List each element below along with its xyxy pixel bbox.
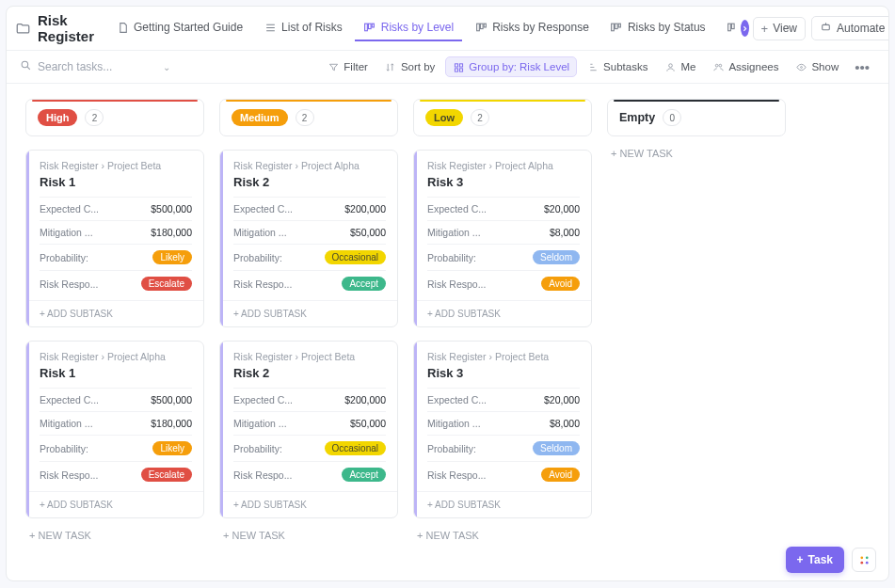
- subtasks-button[interactable]: Subtasks: [581, 57, 654, 76]
- risk-card[interactable]: Risk Register›Project Beta Risk 3 Expect…: [413, 341, 592, 518]
- sort-label: Sort by: [401, 61, 435, 72]
- svg-rect-5: [484, 24, 486, 27]
- add-subtask-button[interactable]: + ADD SUBTASK: [220, 300, 397, 326]
- svg-rect-9: [727, 24, 730, 31]
- column-high: High 2 Risk Register›Project Beta Risk 1…: [25, 99, 204, 565]
- more-button[interactable]: •••: [849, 57, 875, 77]
- board: High 2 Risk Register›Project Beta Risk 1…: [7, 84, 888, 580]
- risk-card[interactable]: Risk Register›Project Alpha Risk 3 Expec…: [413, 150, 592, 327]
- show-button[interactable]: Show: [789, 57, 845, 76]
- risk-card[interactable]: Risk Register›Project Beta Risk 1 Expect…: [25, 150, 204, 327]
- group-icon: [453, 61, 464, 72]
- add-subtask-button[interactable]: + ADD SUBTASK: [414, 491, 591, 517]
- field-label: Probability:: [233, 443, 282, 454]
- search-input[interactable]: Search tasks... ⌄: [20, 59, 170, 74]
- card-title: Risk 3: [427, 175, 580, 189]
- add-subtask-button[interactable]: + ADD SUBTASK: [26, 300, 203, 326]
- breadcrumb: Risk Register›Project Beta: [40, 160, 192, 171]
- board-icon: [474, 21, 487, 34]
- new-task-button[interactable]: + NEW TASK: [607, 136, 786, 170]
- new-task-button[interactable]: + NEW TASK: [25, 518, 204, 552]
- assignees-label: Assignees: [728, 61, 778, 72]
- field-label: Expected C...: [427, 203, 487, 215]
- sort-icon: [385, 61, 396, 72]
- create-task-fab[interactable]: + Task: [786, 547, 844, 573]
- search-placeholder: Search tasks...: [38, 60, 112, 73]
- breadcrumb: Risk Register›Project Alpha: [40, 351, 192, 362]
- field-label: Probability:: [40, 252, 88, 263]
- plus-icon: +: [797, 553, 804, 566]
- svg-point-28: [865, 561, 868, 564]
- apps-button[interactable]: [852, 548, 876, 572]
- tab-risks-by-level[interactable]: Risks by Level: [355, 15, 462, 41]
- svg-point-27: [860, 561, 863, 564]
- svg-rect-12: [823, 24, 830, 29]
- toolbar: Search tasks... ⌄ Filter Sort by Group: [7, 51, 888, 84]
- tab-list-of-risks[interactable]: List of Risks: [255, 15, 351, 41]
- filter-icon: [328, 61, 339, 72]
- field-value: $8,000: [550, 418, 580, 429]
- svg-point-25: [860, 556, 863, 559]
- breadcrumb: Risk Register›Project Alpha: [427, 160, 580, 171]
- group-button[interactable]: Group by: Risk Level: [445, 56, 577, 77]
- add-view-button[interactable]: + View: [753, 17, 806, 40]
- filter-button[interactable]: Filter: [321, 57, 375, 76]
- field-label: Risk Respo...: [427, 278, 486, 290]
- tab-label: Risks by Level: [381, 21, 454, 34]
- svg-point-26: [865, 556, 868, 559]
- tab-risks-by-response[interactable]: Risks by Response: [466, 15, 598, 41]
- new-task-button[interactable]: + NEW TASK: [413, 518, 592, 552]
- field-label: Mitigation ...: [233, 418, 287, 429]
- field-value: $50,000: [350, 418, 386, 429]
- svg-point-24: [801, 66, 803, 68]
- svg-rect-1: [369, 24, 372, 28]
- svg-rect-6: [612, 24, 615, 31]
- response-pill: Accept: [342, 277, 386, 291]
- level-label: Empty: [619, 111, 655, 124]
- assignees-button[interactable]: Assignees: [706, 57, 785, 76]
- field-label: Mitigation ...: [427, 418, 481, 429]
- risk-card[interactable]: Risk Register›Project Beta Risk 2 Expect…: [219, 341, 398, 518]
- users-icon: [712, 61, 724, 72]
- group-label: Group by: Risk Level: [469, 61, 569, 72]
- add-subtask-button[interactable]: + ADD SUBTASK: [26, 491, 203, 517]
- tabs-scroll-right[interactable]: [741, 20, 749, 37]
- field-value: $180,000: [151, 418, 192, 429]
- new-task-button[interactable]: + NEW TASK: [219, 518, 398, 552]
- svg-rect-4: [480, 24, 483, 28]
- field-label: Probability:: [427, 252, 476, 263]
- card-title: Risk 1: [40, 366, 192, 380]
- me-button[interactable]: Me: [658, 57, 702, 76]
- column-header[interactable]: High 2: [25, 99, 204, 136]
- automate-button[interactable]: Automate ⌄: [811, 16, 889, 40]
- tab-getting-started[interactable]: Getting Started Guide: [107, 15, 251, 41]
- risk-card[interactable]: Risk Register›Project Alpha Risk 2 Expec…: [219, 150, 398, 327]
- column-header[interactable]: Medium 2: [219, 99, 398, 136]
- field-label: Expected C...: [427, 394, 487, 405]
- tab-risks-by-status[interactable]: Risks by Status: [601, 15, 714, 41]
- field-label: Risk Respo...: [40, 469, 98, 481]
- column-header[interactable]: Low 2: [413, 99, 592, 136]
- svg-rect-3: [476, 24, 479, 31]
- field-label: Risk Respo...: [427, 469, 486, 481]
- column-medium: Medium 2 Risk Register›Project Alpha Ris…: [219, 99, 398, 565]
- tab-costs[interactable]: Costs of: [718, 15, 735, 41]
- chevron-down-icon: ⌄: [163, 62, 170, 72]
- add-subtask-button[interactable]: + ADD SUBTASK: [414, 300, 591, 326]
- field-value: $200,000: [344, 203, 386, 215]
- sort-button[interactable]: Sort by: [378, 57, 441, 76]
- card-title: Risk 3: [427, 366, 580, 380]
- column-count: 2: [471, 109, 489, 126]
- risk-card[interactable]: Risk Register›Project Alpha Risk 1 Expec…: [25, 341, 204, 518]
- column-header[interactable]: Empty 0: [607, 99, 786, 136]
- field-value: $50,000: [350, 227, 386, 238]
- probability-pill: Likely: [152, 441, 192, 455]
- response-pill: Avoid: [541, 468, 580, 482]
- grid-icon: [858, 554, 871, 566]
- level-badge: High: [38, 109, 77, 126]
- field-label: Mitigation ...: [427, 227, 481, 238]
- column-low: Low 2 Risk Register›Project Alpha Risk 3…: [413, 99, 592, 565]
- doc-icon: [116, 21, 129, 34]
- eye-icon: [795, 61, 807, 72]
- add-subtask-button[interactable]: + ADD SUBTASK: [220, 491, 397, 517]
